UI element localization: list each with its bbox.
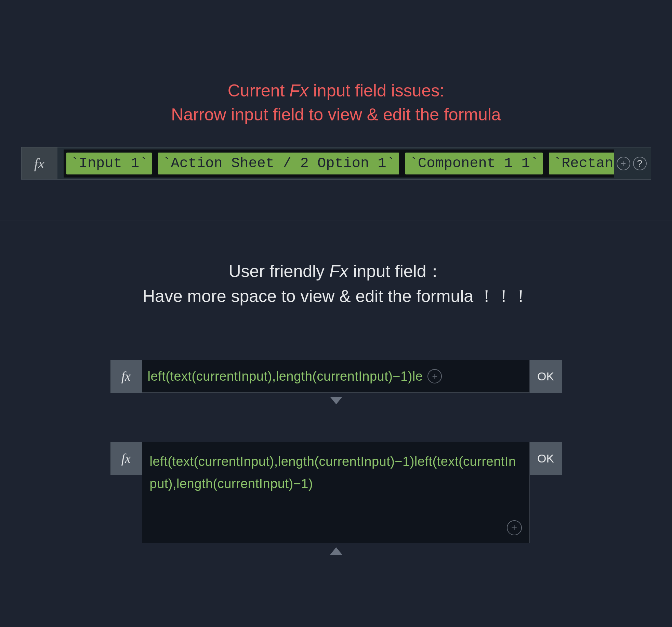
add-button[interactable]: +	[617, 157, 630, 170]
formula-token[interactable]: `Action Sheet / 2 Option 1`	[158, 153, 399, 174]
add-button[interactable]: +	[507, 520, 522, 535]
heading-fx-italic: Fx	[329, 262, 348, 281]
formula-input-expanded[interactable]: left(text(currentInput),length(currentIn…	[142, 442, 530, 543]
collapse-arrow-icon[interactable]	[330, 547, 342, 555]
formula-token[interactable]: `Component 1 1`	[405, 153, 543, 174]
fx-label[interactable]: fx	[22, 147, 57, 179]
section-current-issues: Current Fx input field issues: Narrow in…	[0, 0, 672, 180]
formula-input[interactable]: `Input 1` `Action Sheet / 2 Option 1` `C…	[64, 149, 614, 178]
add-button[interactable]: +	[427, 369, 442, 383]
heading-line2: Have more space to view & edit the formu…	[143, 287, 529, 306]
friendly-formula-bar-collapsed: fx left(text(currentInput),length(curren…	[110, 360, 562, 393]
plus-icon: +	[432, 371, 437, 382]
fx-label[interactable]: fx	[110, 442, 142, 475]
heading-user-friendly: User friendly Fx input field： Have more …	[0, 259, 672, 309]
heading-fx-italic: Fx	[289, 81, 308, 100]
heading-text: input field：	[348, 262, 444, 281]
fx-label[interactable]: fx	[110, 360, 142, 393]
help-button[interactable]: ?	[633, 157, 647, 170]
current-formula-bar: fx `Input 1` `Action Sheet / 2 Option 1`…	[21, 147, 651, 180]
plus-icon: +	[511, 522, 517, 534]
formula-input[interactable]: left(text(currentInput),length(currentIn…	[142, 360, 530, 393]
formula-token[interactable]: `Input 1`	[66, 153, 152, 174]
heading-text: input field issues:	[308, 81, 444, 100]
help-icon: ?	[637, 158, 643, 169]
friendly-formula-bar-expanded: fx left(text(currentInput),length(curren…	[110, 442, 562, 543]
heading-current-issues: Current Fx input field issues: Narrow in…	[0, 79, 672, 127]
formula-token[interactable]: `Rectangl	[549, 153, 614, 174]
heading-text: User friendly	[228, 262, 329, 281]
formula-text: left(text(currentInput),length(currentIn…	[150, 450, 522, 495]
ok-button[interactable]: OK	[530, 360, 562, 393]
ok-button[interactable]: OK	[530, 442, 562, 475]
heading-text: Current	[228, 81, 290, 100]
plus-icon: +	[620, 158, 626, 169]
heading-line2: Narrow input field to view & edit the fo…	[171, 105, 501, 124]
formula-text: left(text(currentInput),length(currentIn…	[148, 369, 423, 384]
expand-arrow-icon[interactable]	[330, 397, 342, 404]
section-user-friendly: User friendly Fx input field： Have more …	[0, 221, 672, 555]
